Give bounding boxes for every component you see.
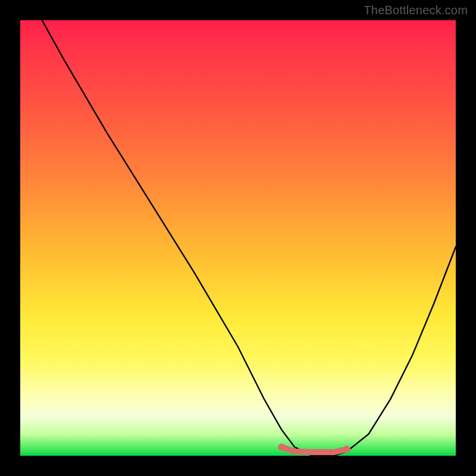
curve-layer (20, 20, 456, 456)
plot-area (20, 20, 456, 456)
bottom-highlight (281, 447, 347, 452)
mismatch-curve (42, 20, 456, 456)
left-endpoint-marker (278, 443, 285, 450)
chart-frame: TheBottleneck.com (0, 0, 476, 476)
right-endpoint-marker (343, 446, 350, 453)
watermark-text: TheBottleneck.com (364, 4, 468, 17)
